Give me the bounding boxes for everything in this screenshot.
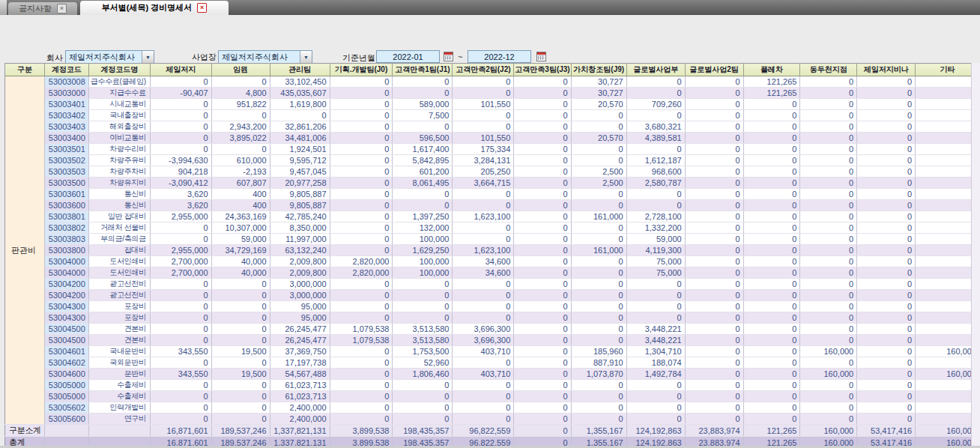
table-row[interactable]: 53004600운반비343,55019,50054,567,48801,806… xyxy=(5,369,980,380)
column-header[interactable]: 임원 xyxy=(211,64,270,76)
table-row[interactable]: 53004601국내운반비343,55019,50037,369,75001,7… xyxy=(5,346,980,357)
column-header[interactable]: 고객만족3팀(J3) xyxy=(514,64,571,76)
table-row[interactable]: 53003600통신비3,6204009,805,88700000000000 xyxy=(5,200,980,211)
value-cell: 1,079,538 xyxy=(330,324,393,335)
table-row[interactable]: 53004500견본비0026,245,4771,079,5383,513,58… xyxy=(5,335,980,346)
calendar-icon[interactable] xyxy=(536,52,546,61)
value-cell: 1,617,400 xyxy=(393,144,453,155)
table-row[interactable]: 53004602국외운반비0017,197,738052,96000887,91… xyxy=(5,357,980,369)
value-cell: 20,977,258 xyxy=(270,178,330,189)
table-row[interactable]: 53003800접대비2,955,00034,729,16963,132,240… xyxy=(5,245,980,256)
subtotal-row[interactable]: 구분소계16,871,601189,537,2461,337,821,1313,… xyxy=(5,425,980,437)
chevron-down-icon[interactable]: ▼ xyxy=(142,51,154,63)
table-row[interactable]: 53003500차량유지비-3,090,412607,80720,977,258… xyxy=(5,178,980,189)
table-row[interactable]: 53003000지급수수료-90,4074,800435,035,6070000… xyxy=(5,88,980,99)
value-cell: 0 xyxy=(514,189,571,200)
value-cell: 0 xyxy=(514,110,571,121)
column-header[interactable]: 가치창조팀(J9) xyxy=(571,64,626,76)
table-row[interactable]: 53003601통신비3,6204009,805,88700000000000 xyxy=(5,189,980,200)
close-tab-icon[interactable]: × xyxy=(197,3,207,13)
table-row[interactable]: 53004000도서인쇄비2,700,00040,0002,009,8002,8… xyxy=(5,267,980,279)
column-header[interactable]: 기타 xyxy=(916,64,980,76)
column-header[interactable]: 제일저지 xyxy=(150,64,211,76)
column-header[interactable]: 계정코드명 xyxy=(88,64,150,76)
value-cell: 0 xyxy=(453,189,514,200)
table-row[interactable]: 53004200광고선전비003,000,00000000000000 xyxy=(5,279,980,290)
value-cell: 0 xyxy=(626,88,685,99)
value-cell: 0 xyxy=(857,391,916,402)
account-name-cell: 국내운반비 xyxy=(88,346,150,357)
column-header[interactable]: 계정코드 xyxy=(44,64,88,76)
table-row[interactable]: 53004300포장비0095,00000000000000 xyxy=(5,312,980,324)
column-header[interactable]: 제일저지비나 xyxy=(857,64,916,76)
table-row[interactable]: 53005000수출제비0061,023,71300000000000 xyxy=(5,380,980,391)
table-row[interactable]: 53003503차량주차비904,218-2,1939,457,0450601,… xyxy=(5,166,980,178)
table-row[interactable]: 53003403해외출장비02,943,20032,861,206000003,… xyxy=(5,121,980,133)
value-cell: 0 xyxy=(857,189,916,200)
table-row[interactable]: 53005000수출제비0061,023,71300000000000 xyxy=(5,391,980,402)
account-code-cell: 53003601 xyxy=(44,189,88,200)
column-header[interactable]: 고객만족1팀(J1) xyxy=(393,64,453,76)
value-cell: 0 xyxy=(685,99,743,110)
value-cell: 0 xyxy=(514,324,571,335)
close-tab-icon[interactable]: × xyxy=(57,4,67,13)
value-cell: 2,728,100 xyxy=(626,211,685,223)
value-cell: 0 xyxy=(393,301,453,312)
column-header[interactable]: 관리팀 xyxy=(270,64,330,76)
table-row[interactable]: 53003802거래처 선물비010,307,0008,350,0000132,… xyxy=(5,223,980,234)
value-cell: 2,500 xyxy=(571,178,626,189)
period-to-input[interactable]: 2022-12 xyxy=(468,50,531,63)
account-code-cell: 53005000 xyxy=(44,391,88,402)
table-row[interactable]: 53004500견본비0026,245,4771,079,5383,513,58… xyxy=(5,324,980,335)
value-cell: 435,035,607 xyxy=(270,88,330,99)
column-header[interactable]: 글로벌사업2팀 xyxy=(685,64,743,76)
table-row[interactable]: 53003400여비교통비03,895,02234,481,0060596,50… xyxy=(5,133,980,144)
account-name-cell: 여비교통비 xyxy=(88,133,150,144)
table-row[interactable]: 53003502차량주유비-3,994,630610,0009,595,7120… xyxy=(5,155,980,166)
table-row[interactable]: 53003402국내출장비00007,500000000000 xyxy=(5,110,980,121)
column-header[interactable]: 플레차 xyxy=(743,64,800,76)
value-cell: 1,397,250 xyxy=(393,211,453,223)
value-cell: 1,073,870 xyxy=(571,369,626,380)
value-cell: 2,009,800 xyxy=(270,256,330,267)
tab-expense-report[interactable]: 부서별(세목) 경비명세서 × xyxy=(80,1,229,15)
value-cell: 0 xyxy=(330,380,393,391)
column-header[interactable]: 동두천지점 xyxy=(800,64,857,76)
value-cell: 0 xyxy=(743,290,800,301)
vertical-scrollbar[interactable] xyxy=(971,63,980,446)
table-row[interactable]: 53003801일반 접대비2,955,00024,363,16942,785,… xyxy=(5,211,980,223)
table-row[interactable]: 53003401시내교통비0951,8221,619,8000589,00010… xyxy=(5,99,980,110)
table-row[interactable]: 53003803부의금/축의금059,00011,997,0000100,000… xyxy=(5,234,980,245)
value-cell: 0 xyxy=(743,211,800,223)
tab-notice[interactable]: 공지사항 × xyxy=(8,2,77,15)
chevron-down-icon[interactable]: ▼ xyxy=(300,51,312,63)
value-cell: 0 xyxy=(514,234,571,245)
table-row[interactable]: 53003501차량수리비001,924,50101,617,400175,33… xyxy=(5,144,980,155)
company-label: 회사 xyxy=(46,52,63,64)
table-row[interactable]: 판관비53003008급수수료(클레임)0033,102,450000030,7… xyxy=(5,76,980,88)
column-header[interactable]: 구분 xyxy=(5,64,45,76)
value-cell: 3,620 xyxy=(150,200,211,211)
value-cell: 0 xyxy=(685,223,743,234)
period-from-input[interactable]: 2022-01 xyxy=(376,50,440,63)
value-cell: 0 xyxy=(514,88,571,99)
column-header[interactable]: 글로벌사업부 xyxy=(626,64,685,76)
table-row[interactable]: 53005602인력개발비002,400,00000000000000 xyxy=(5,402,980,414)
table-row[interactable]: 53004000도서인쇄비2,700,00040,0002,009,8002,8… xyxy=(5,256,980,267)
company-select[interactable]: 제일저지주식회사 ▼ xyxy=(65,50,154,64)
calendar-icon[interactable] xyxy=(444,52,453,61)
site-select[interactable]: 제일저지주식회사 ▼ xyxy=(218,50,312,64)
value-cell: 0 xyxy=(857,99,916,110)
account-code-cell: 53003600 xyxy=(44,200,88,211)
value-cell: 20,570 xyxy=(571,99,626,110)
table-row[interactable]: 53004200광고선전비003,000,00000000000000 xyxy=(5,290,980,301)
value-cell: 0 xyxy=(626,414,685,425)
account-name-cell: 차량수리비 xyxy=(88,144,150,155)
value-cell: 198,435,357 xyxy=(393,425,453,437)
column-header[interactable]: 기획.개발팀(J0) xyxy=(330,64,393,76)
value-cell: 0 xyxy=(393,290,453,301)
table-row[interactable]: 53004300포장비0095,00000000000000 xyxy=(5,301,980,312)
value-cell: 0 xyxy=(514,200,571,211)
table-row[interactable]: 53005600연구비002,400,00000000000000 xyxy=(5,414,980,425)
column-header[interactable]: 고객만족2팀(J2) xyxy=(453,64,514,76)
